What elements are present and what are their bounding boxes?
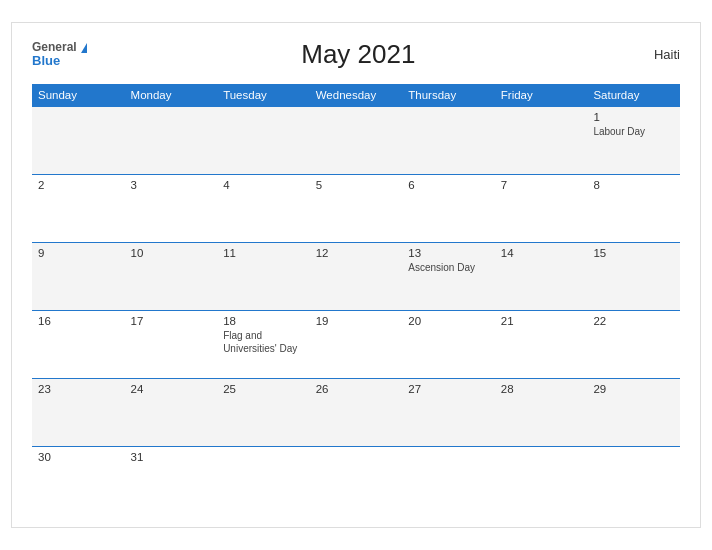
calendar-day-cell [217,447,310,515]
day-number: 3 [131,179,212,191]
calendar-day-cell: 8 [587,175,680,243]
day-number: 5 [316,179,397,191]
calendar-container: General Blue May 2021 Haiti SundayMonday… [11,22,701,528]
holiday-label: Ascension Day [408,261,489,274]
day-number: 31 [131,451,212,463]
day-number: 9 [38,247,119,259]
calendar-day-cell: 5 [310,175,403,243]
day-number: 10 [131,247,212,259]
day-number: 24 [131,383,212,395]
calendar-week-row: 161718Flag and Universities' Day19202122 [32,311,680,379]
calendar-day-cell: 15 [587,243,680,311]
calendar-day-cell [125,107,218,175]
day-number: 7 [501,179,582,191]
day-number: 6 [408,179,489,191]
calendar-day-cell [217,107,310,175]
day-number: 19 [316,315,397,327]
day-number: 15 [593,247,674,259]
day-number: 16 [38,315,119,327]
calendar-day-cell: 12 [310,243,403,311]
day-number: 25 [223,383,304,395]
calendar-day-cell: 21 [495,311,588,379]
day-number: 11 [223,247,304,259]
day-number: 21 [501,315,582,327]
calendar-day-cell [402,447,495,515]
calendar-day-cell: 22 [587,311,680,379]
day-number: 28 [501,383,582,395]
calendar-day-cell: 20 [402,311,495,379]
calendar-week-row: 1Labour Day [32,107,680,175]
calendar-day-cell: 25 [217,379,310,447]
calendar-day-cell: 9 [32,243,125,311]
weekday-header: Wednesday [310,84,403,107]
calendar-week-row: 23242526272829 [32,379,680,447]
weekday-header: Thursday [402,84,495,107]
day-number: 23 [38,383,119,395]
calendar-day-cell [402,107,495,175]
calendar-day-cell: 4 [217,175,310,243]
calendar-day-cell [495,107,588,175]
day-number: 4 [223,179,304,191]
calendar-day-cell: 18Flag and Universities' Day [217,311,310,379]
day-number: 2 [38,179,119,191]
calendar-day-cell [587,447,680,515]
country-name: Haiti [630,47,680,62]
logo-blue-text: Blue [32,54,87,68]
calendar-day-cell: 3 [125,175,218,243]
calendar-week-row: 910111213Ascension Day1415 [32,243,680,311]
calendar-day-cell: 16 [32,311,125,379]
day-number: 14 [501,247,582,259]
calendar-day-cell: 2 [32,175,125,243]
calendar-body: 1Labour Day2345678910111213Ascension Day… [32,107,680,515]
day-number: 30 [38,451,119,463]
day-number: 1 [593,111,674,123]
day-number: 22 [593,315,674,327]
day-number: 27 [408,383,489,395]
calendar-day-cell: 7 [495,175,588,243]
calendar-header-row: SundayMondayTuesdayWednesdayThursdayFrid… [32,84,680,107]
calendar-day-cell: 30 [32,447,125,515]
holiday-label: Flag and Universities' Day [223,329,304,355]
weekday-header: Saturday [587,84,680,107]
holiday-label: Labour Day [593,125,674,138]
calendar-day-cell: 24 [125,379,218,447]
weekday-header: Tuesday [217,84,310,107]
calendar-day-cell [310,447,403,515]
logo: General Blue [32,41,87,68]
calendar-day-cell: 19 [310,311,403,379]
calendar-day-cell: 1Labour Day [587,107,680,175]
calendar-day-cell [495,447,588,515]
calendar-grid: SundayMondayTuesdayWednesdayThursdayFrid… [32,84,680,515]
calendar-day-cell: 31 [125,447,218,515]
day-number: 17 [131,315,212,327]
calendar-day-cell: 17 [125,311,218,379]
weekday-header: Friday [495,84,588,107]
calendar-day-cell: 13Ascension Day [402,243,495,311]
calendar-day-cell: 29 [587,379,680,447]
weekday-header: Monday [125,84,218,107]
calendar-day-cell: 10 [125,243,218,311]
day-number: 12 [316,247,397,259]
calendar-day-cell: 11 [217,243,310,311]
calendar-title: May 2021 [87,39,630,70]
calendar-header: General Blue May 2021 Haiti [32,39,680,70]
calendar-day-cell: 28 [495,379,588,447]
calendar-day-cell: 23 [32,379,125,447]
calendar-day-cell: 14 [495,243,588,311]
calendar-week-row: 2345678 [32,175,680,243]
day-number: 29 [593,383,674,395]
day-number: 13 [408,247,489,259]
day-number: 18 [223,315,304,327]
calendar-day-cell [310,107,403,175]
calendar-day-cell [32,107,125,175]
calendar-day-cell: 6 [402,175,495,243]
day-number: 20 [408,315,489,327]
calendar-day-cell: 26 [310,379,403,447]
weekday-header: Sunday [32,84,125,107]
calendar-day-cell: 27 [402,379,495,447]
day-number: 26 [316,383,397,395]
day-number: 8 [593,179,674,191]
calendar-week-row: 3031 [32,447,680,515]
